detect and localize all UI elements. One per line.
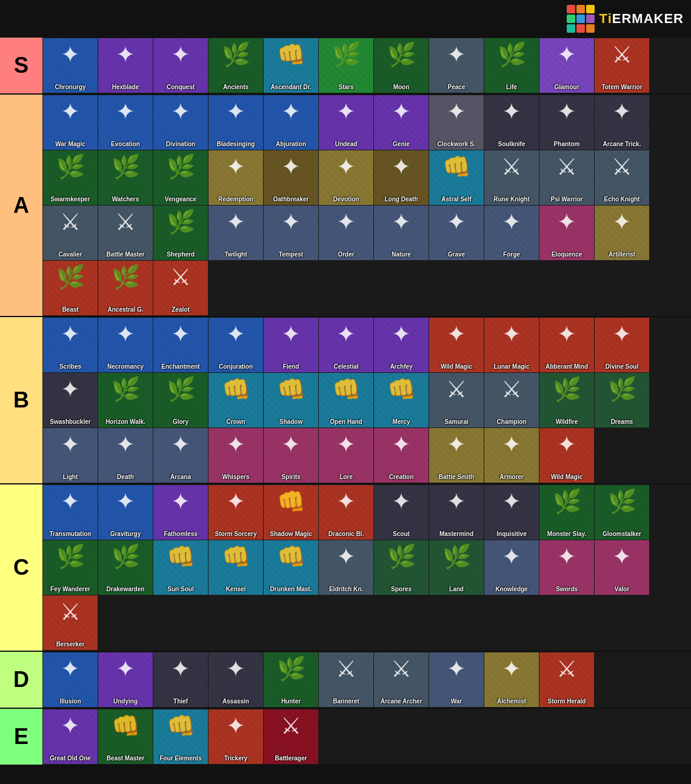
tier-item[interactable]: 👊 Shadow Magic bbox=[264, 485, 318, 540]
tier-item[interactable]: ✦ Divine Soul bbox=[595, 318, 649, 372]
tier-item[interactable]: ✦ Creation bbox=[374, 428, 429, 483]
tier-item[interactable]: ✦ Tempest bbox=[264, 206, 318, 260]
tier-item[interactable]: ✦ Wild Magic bbox=[539, 428, 594, 483]
tier-item[interactable]: 👊 Ascendant Dr. bbox=[264, 38, 318, 93]
tier-item[interactable]: ✦ Phantom bbox=[539, 95, 594, 150]
tier-item[interactable]: 🌿 Fey Wanderer bbox=[43, 540, 98, 595]
tier-item[interactable]: ✦ Swords bbox=[539, 540, 594, 595]
tier-item[interactable]: ✦ Scribes bbox=[43, 318, 98, 372]
tier-item[interactable]: ✦ Enchantment bbox=[153, 318, 208, 372]
tier-item[interactable]: ⚔ Battlerager bbox=[264, 709, 318, 764]
tier-item[interactable]: ✦ Archfey bbox=[374, 318, 429, 372]
tier-item[interactable]: 👊 Crown bbox=[209, 373, 263, 427]
tier-item[interactable]: ✦ Light bbox=[43, 428, 98, 483]
tier-item[interactable]: ✦ Assassin bbox=[209, 652, 263, 707]
tier-item[interactable]: ✦ Fathomless bbox=[153, 485, 208, 540]
tier-item[interactable]: ✦ Spirits bbox=[264, 428, 318, 483]
tier-item[interactable]: ⚔ Rune Knight bbox=[484, 150, 539, 205]
tier-item[interactable]: 👊 Shadow bbox=[264, 373, 318, 427]
tier-item[interactable]: 🌿 Hunter bbox=[264, 652, 318, 707]
tier-item[interactable]: ✦ Lore bbox=[319, 428, 373, 483]
tier-item[interactable]: ⚔ Cavalier bbox=[43, 206, 98, 260]
tier-item[interactable]: ✦ Knowledge bbox=[484, 540, 539, 595]
tier-item[interactable]: ⚔ Battle Master bbox=[98, 206, 153, 260]
tier-item[interactable]: ✦ Undying bbox=[98, 652, 153, 707]
tier-item[interactable]: ⚔ Champion bbox=[484, 373, 539, 427]
tier-item[interactable]: ✦ Peace bbox=[429, 38, 484, 93]
tier-item[interactable]: 🌿 Monster Slay. bbox=[539, 485, 594, 540]
tier-item[interactable]: ✦ Eloquence bbox=[539, 206, 594, 260]
tier-item[interactable]: ✦ Evocation bbox=[98, 95, 153, 150]
tier-item[interactable]: ✦ Necromancy bbox=[98, 318, 153, 372]
tier-item[interactable]: 🌿 Vengeance bbox=[153, 150, 208, 205]
tier-item[interactable]: ✦ Forge bbox=[484, 206, 539, 260]
tier-item[interactable]: ✦ Wild Magic bbox=[429, 318, 484, 372]
tier-item[interactable]: 🌿 Gloomstalker bbox=[595, 485, 649, 540]
tier-item[interactable]: ✦ Hexblade bbox=[98, 38, 153, 93]
tier-item[interactable]: ✦ Bladesinging bbox=[209, 95, 263, 150]
tier-item[interactable]: ✦ Devotion bbox=[319, 150, 373, 205]
tier-item[interactable]: ✦ Swashbuckler bbox=[43, 373, 98, 427]
tier-item[interactable]: ✦ Trickery bbox=[209, 709, 263, 764]
tier-item[interactable]: ✦ Chronurgy bbox=[43, 38, 98, 93]
tier-item[interactable]: ✦ Redemption bbox=[209, 150, 263, 205]
tier-item[interactable]: 🌿 Spores bbox=[374, 540, 429, 595]
tier-item[interactable]: 👊 Drunken Mast. bbox=[264, 540, 318, 595]
tier-item[interactable]: 🌿 Beast bbox=[43, 261, 98, 315]
tier-item[interactable]: ✦ Conquest bbox=[153, 38, 208, 93]
tier-item[interactable]: 🌿 Horizon Walk. bbox=[98, 373, 153, 427]
tier-item[interactable]: ✦ Inquisitive bbox=[484, 485, 539, 540]
tier-item[interactable]: ✦ Glamour bbox=[539, 38, 594, 93]
tier-item[interactable]: ⚔ Berserker bbox=[43, 595, 98, 650]
tier-item[interactable]: 🌿 Watchers bbox=[98, 150, 153, 205]
tier-item[interactable]: ✦ Nature bbox=[374, 206, 429, 260]
tier-item[interactable]: ✦ Thief bbox=[153, 652, 208, 707]
tier-item[interactable]: ⚔ Storm Herald bbox=[539, 652, 594, 707]
tier-item[interactable]: ✦ Genie bbox=[374, 95, 429, 150]
tier-item[interactable]: 👊 Beast Master bbox=[98, 709, 153, 764]
tier-item[interactable]: ✦ Alchemist bbox=[484, 652, 539, 707]
tier-item[interactable]: ⚔ Psi Warrior bbox=[539, 150, 594, 205]
tier-item[interactable]: 🌿 Shepherd bbox=[153, 206, 208, 260]
tier-item[interactable]: ✦ Abjuration bbox=[264, 95, 318, 150]
tier-item[interactable]: 🌿 Glory bbox=[153, 373, 208, 427]
tier-item[interactable]: ✦ Grave bbox=[429, 206, 484, 260]
tier-item[interactable]: ✦ Mastermind bbox=[429, 485, 484, 540]
tier-item[interactable]: ✦ Armorer bbox=[484, 428, 539, 483]
tier-item[interactable]: 👊 Open Hand bbox=[319, 373, 373, 427]
tier-item[interactable]: ✦ Undead bbox=[319, 95, 373, 150]
tier-item[interactable]: ✦ Arcane Trick. bbox=[595, 95, 649, 150]
tier-item[interactable]: ⚔ Samurai bbox=[429, 373, 484, 427]
tier-item[interactable]: ✦ War bbox=[429, 652, 484, 707]
tier-item[interactable]: 🌿 Ancients bbox=[209, 38, 263, 93]
tier-item[interactable]: ✦ Divination bbox=[153, 95, 208, 150]
tier-item[interactable]: ✦ Clockwork S. bbox=[429, 95, 484, 150]
tier-item[interactable]: 👊 Astral Self bbox=[429, 150, 484, 205]
tier-item[interactable]: ✦ Storm Sorcery bbox=[209, 485, 263, 540]
tier-item[interactable]: 🌿 Wildfire bbox=[539, 373, 594, 427]
tier-item[interactable]: ✦ Order bbox=[319, 206, 373, 260]
tier-item[interactable]: 🌿 Land bbox=[429, 540, 484, 595]
tier-item[interactable]: ✦ Twilight bbox=[209, 206, 263, 260]
tier-item[interactable]: ⚔ Arcane Archer bbox=[374, 652, 429, 707]
tier-item[interactable]: ✦ Conjuration bbox=[209, 318, 263, 372]
tier-item[interactable]: ✦ Valor bbox=[595, 540, 649, 595]
tier-item[interactable]: ✦ Soulknife bbox=[484, 95, 539, 150]
tier-item[interactable]: ✦ Death bbox=[98, 428, 153, 483]
tier-item[interactable]: 🌿 Life bbox=[484, 38, 539, 93]
tier-item[interactable]: ✦ Graviturgy bbox=[98, 485, 153, 540]
tier-item[interactable]: ✦ Oathbreaker bbox=[264, 150, 318, 205]
tier-item[interactable]: ✦ Great Old One bbox=[43, 709, 98, 764]
tier-item[interactable]: ✦ Fiend bbox=[264, 318, 318, 372]
tier-item[interactable]: ✦ Abberant Mind bbox=[539, 318, 594, 372]
tier-item[interactable]: ✦ Illusion bbox=[43, 652, 98, 707]
tier-item[interactable]: ✦ Eldritch Kn. bbox=[319, 540, 373, 595]
tier-item[interactable]: ✦ Lunar Magic bbox=[484, 318, 539, 372]
tier-item[interactable]: 👊 Kensei bbox=[209, 540, 263, 595]
tier-item[interactable]: ⚔ Echo Knight bbox=[595, 150, 649, 205]
tier-item[interactable]: ✦ Artillerist bbox=[595, 206, 649, 260]
tier-item[interactable]: 🌿 Stars bbox=[319, 38, 373, 93]
tier-item[interactable]: ✦ Arcana bbox=[153, 428, 208, 483]
tier-item[interactable]: 👊 Four Elements bbox=[153, 709, 208, 764]
tier-item[interactable]: ⚔ Banneret bbox=[319, 652, 373, 707]
